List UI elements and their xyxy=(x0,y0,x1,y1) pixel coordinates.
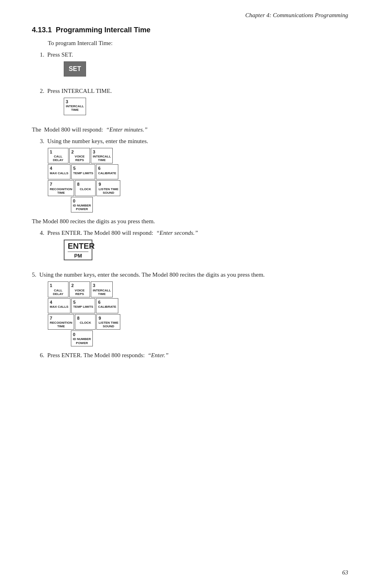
key2-4[interactable]: 4 MAX CALLS xyxy=(48,298,71,313)
chapter-title: Chapter 4: Communications Programming xyxy=(245,12,348,18)
step-4-label: 4. Press ENTER. The Model 800 will respo… xyxy=(40,230,348,236)
enter-button-display: ENTER PM xyxy=(48,240,348,266)
key-5[interactable]: 5 TEMP LIMITS xyxy=(71,164,96,179)
step-3-label: 3. Using the number keys, enter the minu… xyxy=(40,138,348,145)
intercall-key[interactable]: 3 INTERCALLTIME xyxy=(64,98,86,115)
key2-8[interactable]: 8 CLOCK xyxy=(75,314,96,330)
key-6[interactable]: 6 CALIBRATE xyxy=(96,164,118,179)
key2-6[interactable]: 6 CALIBRATE xyxy=(96,298,118,313)
enter-key[interactable]: ENTER PM xyxy=(64,240,92,260)
keypad2-row-2: 4 MAX CALLS 5 TEMP LIMITS 6 CALIBRATE xyxy=(48,298,348,313)
page-number: 63 xyxy=(342,569,348,576)
keypad-row-2: 4 MAX CALLS 5 TEMP LIMITS 6 CALIBRATE xyxy=(48,164,348,179)
step-1-label: 1. Press SET. xyxy=(40,51,348,58)
keypad-row-3: 7 RECOGNITIONTIME 8 CLOCK 9 LISTEN TIMES… xyxy=(48,180,348,196)
step-3: 3. Using the number keys, enter the minu… xyxy=(32,138,348,212)
chapter-header: Chapter 4: Communications Programming xyxy=(32,12,348,19)
section-heading: Programming Intercall Time xyxy=(56,26,151,34)
intro-text: To program Intercall Time: xyxy=(48,40,348,47)
key2-3[interactable]: 3 INTERCALLTIME xyxy=(91,281,113,297)
model-response-1: The Model 800 will respond: “Enter minut… xyxy=(32,126,348,133)
key-0[interactable]: 0 ID NUMBERPOWER xyxy=(71,197,93,212)
intercall-button-display: 3 INTERCALLTIME xyxy=(48,98,348,121)
key-3[interactable]: 3 INTERCALLTIME xyxy=(91,148,113,163)
set-button-display: SET xyxy=(48,61,348,82)
key2-0[interactable]: 0 ID NUMBERPOWER xyxy=(71,330,93,346)
step-6-label: 6. Press ENTER. The Model 800 responds: … xyxy=(40,352,348,359)
recites-text-1: The Model 800 recites the digits as you … xyxy=(32,218,348,225)
step-6: 6. Press ENTER. The Model 800 responds: … xyxy=(32,352,348,359)
key2-1[interactable]: 1 CALLDELAY xyxy=(48,281,69,297)
step-5-label: 5. Using the number keys, enter the seco… xyxy=(32,271,348,278)
section-title: 4.13.1 Programming Intercall Time xyxy=(32,26,348,34)
key2-7[interactable]: 7 RECOGNITIONTIME xyxy=(48,314,74,330)
key-8[interactable]: 8 CLOCK xyxy=(75,180,96,196)
keypad2-row-3: 7 RECOGNITIONTIME 8 CLOCK 9 LISTEN TIMES… xyxy=(48,314,348,330)
page-container: Chapter 4: Communications Programming 4.… xyxy=(0,0,380,588)
key-9[interactable]: 9 LISTEN TIMESOUND xyxy=(96,180,120,196)
key-7[interactable]: 7 RECOGNITIONTIME xyxy=(48,180,74,196)
step-1: 1. Press SET. SET xyxy=(32,51,348,82)
step-4: 4. Press ENTER. The Model 800 will respo… xyxy=(32,230,348,266)
keypad-row-1: 1 CALLDELAY 2 VOICEREPS 3 INTERCALLTIME xyxy=(48,148,348,163)
step-5: 5. Using the number keys, enter the seco… xyxy=(32,271,348,346)
keypad2-row-4: 0 ID NUMBERPOWER xyxy=(48,330,348,346)
step-2-label: 2. Press INTERCALL TIME. xyxy=(40,88,348,94)
key2-9[interactable]: 9 LISTEN TIMESOUND xyxy=(96,314,120,330)
set-key[interactable]: SET xyxy=(64,61,86,77)
keypad-row-4: 0 ID NUMBERPOWER xyxy=(48,197,348,212)
key-2[interactable]: 2 VOICEREPS xyxy=(69,148,90,163)
keypad-2: 1 CALLDELAY 2 VOICEREPS 3 INTERCALLTIME … xyxy=(48,281,348,346)
key-4[interactable]: 4 MAX CALLS xyxy=(48,164,71,179)
section-number: 4.13.1 xyxy=(32,26,52,34)
key-1[interactable]: 1 CALLDELAY xyxy=(48,148,69,163)
key2-5[interactable]: 5 TEMP LIMITS xyxy=(71,298,96,313)
step-2: 2. Press INTERCALL TIME. 3 INTERCALLTIME xyxy=(32,88,348,121)
keypad2-row-1: 1 CALLDELAY 2 VOICEREPS 3 INTERCALLTIME xyxy=(48,281,348,297)
key2-2[interactable]: 2 VOICEREPS xyxy=(69,281,90,297)
keypad-1: 1 CALLDELAY 2 VOICEREPS 3 INTERCALLTIME … xyxy=(48,148,348,212)
